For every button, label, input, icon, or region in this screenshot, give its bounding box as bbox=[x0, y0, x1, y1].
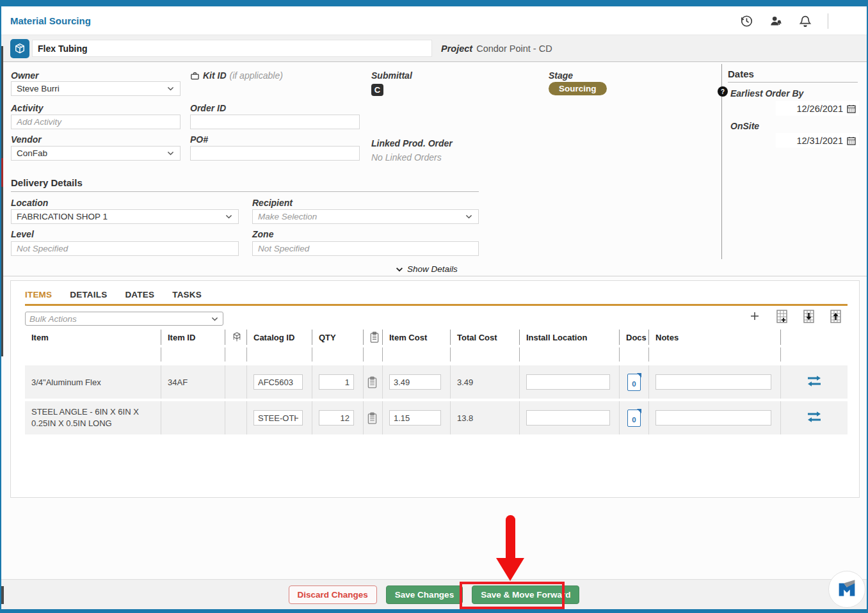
discard-changes-button[interactable]: Discard Changes bbox=[289, 585, 377, 604]
col-total-cost: Total Cost bbox=[450, 330, 519, 345]
docs-button[interactable]: 0 bbox=[627, 410, 641, 427]
item-id: 34AF bbox=[161, 365, 225, 399]
docs-button[interactable]: 0 bbox=[627, 374, 641, 391]
activity-label: Activity bbox=[11, 103, 44, 113]
col-docs: Docs bbox=[619, 330, 648, 345]
clipboard-icon[interactable] bbox=[367, 376, 377, 388]
install-location-input[interactable] bbox=[526, 410, 610, 426]
col-item-id: Item ID bbox=[161, 330, 225, 345]
chevron-down-icon bbox=[395, 265, 404, 274]
page-title: Material Sourcing bbox=[10, 15, 91, 26]
item-cost-input[interactable] bbox=[389, 410, 441, 426]
earliest-order-date[interactable]: 12/26/2021 bbox=[776, 101, 859, 116]
clipboard-icon[interactable] bbox=[367, 412, 377, 424]
location-select[interactable]: FABRICATION SHOP 1 bbox=[11, 209, 239, 224]
project-field: ProjectCondor Point - CD bbox=[441, 44, 552, 54]
sheet-add-icon[interactable] bbox=[775, 309, 789, 323]
tab-dates[interactable]: DATES bbox=[125, 290, 154, 299]
project-label: Project bbox=[441, 44, 472, 54]
catalog-id-input[interactable] bbox=[253, 374, 303, 390]
table-row: 3/4"Aluminum Flex 34AF 3.49 0 bbox=[25, 365, 848, 399]
sheet-export-icon[interactable] bbox=[828, 309, 842, 323]
onsite-date[interactable]: 12/31/2021 bbox=[776, 133, 859, 148]
vendor-value: ConFab bbox=[17, 148, 47, 158]
save-changes-button[interactable]: Save Changes bbox=[386, 585, 463, 604]
kit-id-hint: (if applicable) bbox=[230, 70, 283, 81]
history-icon[interactable] bbox=[739, 14, 753, 28]
project-value: Condor Point - CD bbox=[476, 44, 552, 54]
top-accent-bar bbox=[1, 0, 867, 6]
item-id bbox=[161, 401, 225, 434]
po-label: PO# bbox=[190, 134, 208, 145]
calendar-icon[interactable] bbox=[846, 136, 856, 146]
chevron-down-icon bbox=[211, 315, 219, 323]
record-name-input[interactable] bbox=[32, 40, 432, 57]
doc-icon bbox=[637, 409, 641, 413]
level-input[interactable] bbox=[11, 241, 239, 256]
col-model bbox=[225, 330, 246, 345]
chevron-down-icon bbox=[166, 84, 175, 93]
qty-input[interactable] bbox=[319, 374, 354, 390]
tab-tasks[interactable]: TASKS bbox=[172, 290, 202, 299]
table-row: STEEL ANGLE - 6IN X 6IN X 0.25IN X 0.5IN… bbox=[25, 401, 848, 434]
annotation-arrow-head bbox=[496, 558, 524, 581]
active-tab-underline bbox=[25, 304, 848, 306]
qty-input[interactable] bbox=[319, 410, 354, 426]
add-row-icon[interactable] bbox=[748, 309, 762, 323]
col-qty: QTY bbox=[312, 330, 363, 345]
tab-items[interactable]: ITEMS bbox=[25, 290, 52, 299]
item-name: 3/4"Aluminum Flex bbox=[25, 365, 161, 399]
tab-details[interactable]: DETAILS bbox=[70, 290, 107, 299]
col-notes: Notes bbox=[648, 330, 780, 345]
show-details-label: Show Details bbox=[407, 264, 458, 274]
bottom-accent-bar bbox=[1, 609, 867, 613]
model-3d-icon bbox=[232, 331, 242, 343]
bulk-actions-select[interactable]: Bulk Actions bbox=[25, 312, 223, 326]
location-value: FABRICATION SHOP 1 bbox=[17, 212, 108, 221]
notes-input[interactable] bbox=[655, 374, 771, 390]
notification-bell-icon[interactable] bbox=[798, 14, 812, 28]
recipient-select[interactable]: Make Selection bbox=[252, 209, 479, 224]
stage-badge: Sourcing bbox=[549, 82, 607, 95]
doc-icon bbox=[637, 373, 641, 378]
level-label: Level bbox=[11, 229, 34, 239]
earliest-order-value: 12/26/2021 bbox=[796, 104, 843, 114]
notes-input[interactable] bbox=[655, 410, 771, 426]
app-bar: Material Sourcing bbox=[1, 6, 867, 35]
vendor-select[interactable]: ConFab bbox=[11, 146, 181, 161]
screen-edge-artifact bbox=[1, 46, 3, 356]
vendor-label: Vendor bbox=[11, 134, 42, 145]
user-alert-icon[interactable] bbox=[769, 14, 783, 28]
total-cost: 13.8 bbox=[450, 401, 519, 434]
col-clipboard bbox=[363, 330, 382, 345]
section-divider bbox=[1, 276, 868, 276]
submittal-icon[interactable]: C bbox=[371, 84, 383, 96]
footer-actions: Discard Changes Save Changes Save & Move… bbox=[1, 579, 867, 609]
chevron-down-icon bbox=[465, 212, 473, 221]
screen-edge-artifact bbox=[1, 158, 3, 187]
owner-label: Owner bbox=[11, 70, 39, 81]
calendar-icon[interactable] bbox=[846, 104, 856, 114]
delivery-heading: Delivery Details bbox=[11, 177, 83, 188]
zone-input[interactable] bbox=[252, 241, 479, 256]
delivery-rule bbox=[11, 191, 479, 192]
kit-id-label: Kit ID (if applicable) bbox=[190, 70, 283, 81]
install-location-input[interactable] bbox=[526, 374, 610, 390]
item-cost-input[interactable] bbox=[389, 374, 441, 390]
item-name: STEEL ANGLE - 6IN X 6IN X 0.25IN X 0.5IN… bbox=[25, 401, 161, 434]
col-item: Item bbox=[25, 330, 161, 345]
order-id-input[interactable] bbox=[190, 115, 360, 129]
transfer-arrows-icon[interactable] bbox=[807, 411, 822, 424]
activity-input[interactable] bbox=[11, 115, 181, 129]
show-details-toggle[interactable]: Show Details bbox=[395, 264, 458, 274]
screen-edge-artifact bbox=[1, 586, 4, 604]
po-input[interactable] bbox=[190, 146, 360, 161]
help-icon[interactable]: ? bbox=[718, 86, 728, 97]
transfer-arrows-icon[interactable] bbox=[807, 376, 822, 388]
catalog-id-input[interactable] bbox=[253, 410, 303, 426]
onsite-label: OnSite bbox=[730, 121, 759, 131]
package-icon bbox=[10, 39, 29, 58]
owner-select[interactable]: Steve Burri bbox=[11, 81, 181, 96]
record-header: ProjectCondor Point - CD bbox=[1, 35, 867, 62]
sheet-import-icon[interactable] bbox=[801, 309, 816, 323]
